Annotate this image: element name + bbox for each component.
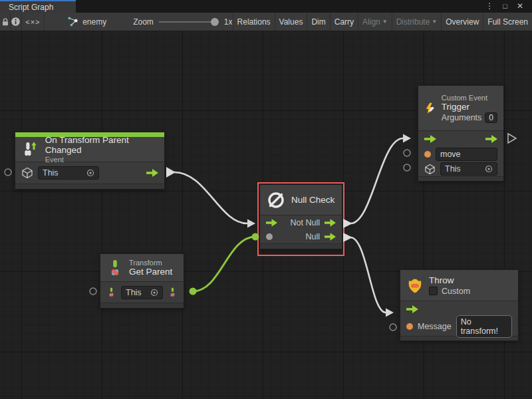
- flow-output-arrow-icon[interactable]: [146, 169, 158, 177]
- node-throw[interactable]: Throw Custom Message No transform!: [400, 269, 519, 341]
- target-picker-icon[interactable]: [86, 169, 94, 177]
- info-button[interactable]: [11, 13, 21, 31]
- node-subtitle: Event: [45, 156, 158, 164]
- flow-input-arrow-icon[interactable]: [266, 219, 277, 227]
- node-null-check[interactable]: Null Check Not Null Null: [259, 184, 342, 249]
- wire-arrowhead: [403, 134, 411, 143]
- graph-canvas[interactable]: On Transform Parent Changed Event This: [0, 31, 532, 399]
- carry-button[interactable]: Carry: [330, 13, 358, 31]
- gameobject-cube-icon: [21, 167, 33, 179]
- node-footer: [260, 243, 342, 249]
- null-check-icon: [266, 190, 286, 210]
- window-menu-icon[interactable]: ⋮: [481, 0, 498, 13]
- wire-arrowhead: [247, 219, 255, 228]
- values-button[interactable]: Values: [275, 13, 307, 31]
- graph-breadcrumb[interactable]: enemy: [59, 13, 114, 31]
- wire-getparent-to-nullcheck[interactable]: [193, 237, 255, 291]
- dim-button[interactable]: Dim: [307, 13, 329, 31]
- string-port-icon[interactable]: [424, 151, 431, 158]
- node-body: This: [100, 282, 184, 303]
- flow-output-arrow-icon[interactable]: [485, 135, 497, 143]
- relations-button[interactable]: Relations: [233, 13, 275, 31]
- transform-port-icon[interactable]: [106, 287, 116, 297]
- empty-port-on-tpc[interactable]: [5, 169, 11, 176]
- node-body: Not Null Null: [260, 215, 342, 243]
- zoom-slider-track: [159, 21, 219, 23]
- target-picker-icon[interactable]: [150, 289, 158, 297]
- node-title: Get Parent: [129, 267, 172, 277]
- target-dropdown[interactable]: This: [121, 286, 163, 299]
- node-header: Custom Event Trigger Arguments 0: [418, 86, 503, 131]
- node-get-parent[interactable]: Transform Get Parent This: [100, 253, 184, 309]
- toolbar-buttons: Relations Values Dim Carry Align ▼ Distr…: [233, 13, 532, 31]
- overview-button[interactable]: Overview: [441, 13, 483, 31]
- zoom-value: 1x: [224, 17, 233, 27]
- flow-output-arrow-icon[interactable]: [325, 219, 336, 227]
- fullscreen-button[interactable]: Full Screen: [483, 13, 532, 31]
- transform-event-icon: [21, 140, 40, 159]
- message-field[interactable]: No transform!: [456, 315, 512, 338]
- node-footer: [100, 303, 184, 308]
- wire-endpoint-dot[interactable]: [190, 288, 197, 295]
- arguments-label: Arguments: [442, 113, 481, 122]
- flow-out-connector-custom-event[interactable]: [508, 134, 516, 143]
- target-dropdown[interactable]: This: [440, 162, 497, 176]
- flow-out-connector-not-null[interactable]: [343, 219, 352, 228]
- graph-toolbar: <×> enemy Zoom 1x Relations Values Dim C…: [0, 13, 532, 31]
- flow-out-connector-on-tpc[interactable]: [166, 167, 176, 178]
- wire-event-to-nullcheck[interactable]: [174, 172, 247, 223]
- wire-endpoint-dot[interactable]: [252, 233, 259, 241]
- window-close-icon[interactable]: ✕: [512, 0, 528, 13]
- node-header: Throw Custom: [400, 270, 518, 301]
- zoom-label: Zoom: [133, 17, 154, 27]
- node-title: Trigger: [442, 102, 497, 112]
- empty-port-get-parent[interactable]: [90, 288, 96, 295]
- node-footer: [418, 176, 503, 181]
- flow-input-arrow-icon[interactable]: [406, 305, 418, 313]
- wire-notnull-to-trigger[interactable]: [350, 138, 403, 223]
- empty-port-custom-event-target[interactable]: [404, 164, 410, 171]
- event-name-field[interactable]: move: [436, 148, 497, 161]
- custom-event-bolt-icon: [424, 100, 436, 117]
- empty-port-throw-message[interactable]: [390, 324, 396, 331]
- zoom-slider[interactable]: [159, 17, 219, 27]
- lock-button[interactable]: [0, 13, 11, 31]
- custom-checkbox[interactable]: [429, 287, 438, 295]
- align-button[interactable]: Align ▼: [358, 13, 392, 31]
- lock-icon: [1, 17, 10, 27]
- node-header: On Transform Parent Changed Event: [15, 137, 164, 162]
- code-view-button[interactable]: <×>: [22, 13, 45, 31]
- target-picker-icon[interactable]: [485, 165, 493, 173]
- tab-script-graph[interactable]: Script Graph: [0, 0, 76, 13]
- node-body: This: [15, 162, 164, 184]
- target-dropdown[interactable]: This: [38, 166, 99, 180]
- chevron-down-icon: ▼: [382, 19, 388, 25]
- node-body: Message No transform!: [400, 301, 518, 336]
- distribute-button[interactable]: Distribute ▼: [392, 13, 442, 31]
- tab-label: Script Graph: [9, 3, 53, 12]
- flow-output-arrow-icon[interactable]: [325, 233, 336, 241]
- graph-icon: [67, 17, 78, 27]
- string-port-icon[interactable]: [406, 323, 413, 330]
- node-body: move This: [418, 131, 503, 176]
- graph-name: enemy: [82, 17, 106, 27]
- window-maximize-icon[interactable]: □: [498, 0, 512, 13]
- flow-input-arrow-icon[interactable]: [424, 135, 436, 143]
- empty-port-custom-event-name[interactable]: [404, 150, 410, 156]
- window-controls: ⋮ □ ✕: [481, 0, 532, 13]
- node-title: On Transform Parent Changed: [45, 135, 158, 155]
- arguments-field[interactable]: 0: [485, 112, 497, 123]
- transform-output-port-icon[interactable]: [168, 287, 178, 297]
- tab-bar: Script Graph ⋮ □ ✕: [0, 0, 532, 13]
- info-icon: [11, 17, 21, 27]
- zoom-slider-handle[interactable]: [211, 18, 219, 26]
- node-on-transform-parent-changed[interactable]: On Transform Parent Changed Event This: [15, 132, 165, 190]
- chevron-down-icon: ▼: [432, 19, 437, 25]
- zoom-control: Zoom 1x: [133, 13, 232, 31]
- wire-null-to-throw[interactable]: [350, 237, 386, 313]
- flow-out-connector-null[interactable]: [343, 233, 352, 242]
- value-port-icon[interactable]: [266, 233, 273, 240]
- node-trigger-custom-event[interactable]: Custom Event Trigger Arguments 0 move: [418, 85, 504, 182]
- throw-error-icon: [406, 277, 424, 295]
- node-category: Custom Event: [442, 94, 497, 102]
